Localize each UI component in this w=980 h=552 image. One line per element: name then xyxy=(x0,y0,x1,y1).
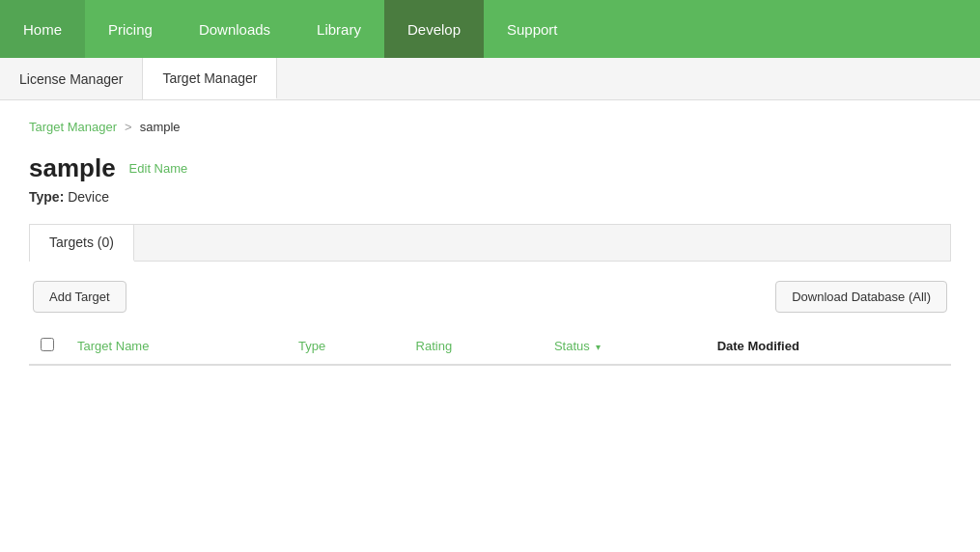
page-title-row: sample Edit Name xyxy=(29,153,951,183)
breadcrumb-current: sample xyxy=(140,120,181,134)
nav-downloads[interactable]: Downloads xyxy=(176,0,294,58)
edit-name-link[interactable]: Edit Name xyxy=(129,161,188,176)
select-all-checkbox[interactable] xyxy=(41,338,54,351)
tab-target-manager[interactable]: Target Manager xyxy=(143,58,277,99)
breadcrumb-parent-link[interactable]: Target Manager xyxy=(29,120,117,134)
col-target-name[interactable]: Target Name xyxy=(66,328,287,365)
table-header: Target Name Type Rating Status ▾ Date Mo… xyxy=(29,328,951,365)
col-status[interactable]: Status ▾ xyxy=(543,328,706,365)
status-sort-icon: ▾ xyxy=(596,342,601,352)
nav-library[interactable]: Library xyxy=(294,0,384,58)
panel-tab-targets[interactable]: Targets (0) xyxy=(30,225,134,262)
select-all-header xyxy=(29,328,66,365)
col-type[interactable]: Type xyxy=(287,328,404,365)
panel-tabs: Targets (0) xyxy=(29,224,951,262)
breadcrumb: Target Manager > sample xyxy=(29,120,951,134)
action-bar: Add Target Download Database (All) xyxy=(29,281,951,313)
nav-support[interactable]: Support xyxy=(484,0,581,58)
table-header-row: Target Name Type Rating Status ▾ Date Mo… xyxy=(29,328,951,365)
page-title: sample xyxy=(29,153,116,183)
sub-nav: License Manager Target Manager xyxy=(0,58,980,100)
col-date-modified: Date Modified xyxy=(706,328,951,365)
main-content: Target Manager > sample sample Edit Name… xyxy=(0,100,980,385)
download-database-button[interactable]: Download Database (All) xyxy=(775,281,947,313)
panel-tab-header: Targets (0) xyxy=(30,225,950,261)
targets-table: Target Name Type Rating Status ▾ Date Mo… xyxy=(29,328,951,366)
col-rating[interactable]: Rating xyxy=(405,328,543,365)
type-value: Device xyxy=(68,189,109,205)
nav-home[interactable]: Home xyxy=(0,0,85,58)
breadcrumb-separator: > xyxy=(125,120,132,134)
nav-develop[interactable]: Develop xyxy=(384,0,484,58)
add-target-button[interactable]: Add Target xyxy=(33,281,126,313)
tab-license-manager[interactable]: License Manager xyxy=(0,58,143,99)
type-label: Type: Device xyxy=(29,189,951,205)
nav-pricing[interactable]: Pricing xyxy=(85,0,176,58)
top-nav: Home Pricing Downloads Library Develop S… xyxy=(0,0,980,58)
type-prefix: Type: xyxy=(29,189,64,205)
